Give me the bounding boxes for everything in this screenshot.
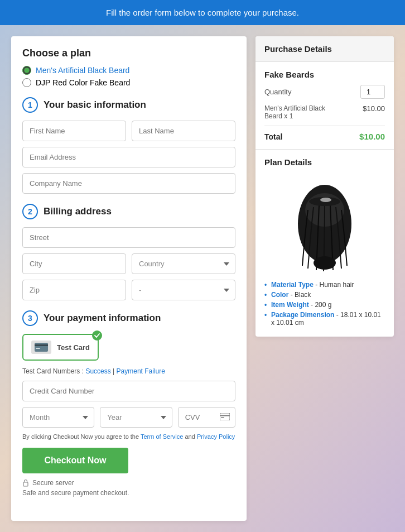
quantity-row: Quantity xyxy=(264,85,385,99)
svg-point-11 xyxy=(314,256,336,270)
card-option-box[interactable]: Test Card xyxy=(22,334,99,361)
success-link[interactable]: Success xyxy=(85,367,110,375)
plan-details-title: Plan Details xyxy=(264,157,385,167)
left-panel: Choose a plan Men's Artificial Black Bea… xyxy=(11,36,247,521)
month-select[interactable]: Month xyxy=(22,407,94,428)
quantity-label: Quantity xyxy=(264,88,291,96)
step1-circle: 1 xyxy=(22,97,38,113)
email-row xyxy=(22,147,235,167)
city-input[interactable] xyxy=(22,253,126,274)
quantity-input[interactable] xyxy=(360,85,385,99)
svg-rect-1 xyxy=(35,344,48,346)
step2-circle: 2 xyxy=(22,204,38,219)
card-label: Test Card xyxy=(57,343,90,352)
feature-material: Material Type - Human hair xyxy=(264,281,385,289)
last-name-input[interactable] xyxy=(132,121,235,141)
plan-option-1-label: Men's Artificial Black Beard xyxy=(36,66,129,75)
choose-plan-title: Choose a plan xyxy=(22,47,235,59)
svg-rect-0 xyxy=(35,343,48,352)
total-price: $10.00 xyxy=(359,132,385,141)
terms-text: By clicking Checkout Now you agree to th… xyxy=(22,433,235,440)
city-country-row: Country xyxy=(22,253,235,274)
plan-option-2[interactable]: DJP Red Color Fake Beard xyxy=(22,78,235,87)
plan-radio-1[interactable] xyxy=(22,66,31,75)
step2-header: 2 Billing address xyxy=(22,204,235,219)
total-label: Total xyxy=(264,132,282,141)
first-name-input[interactable] xyxy=(22,121,126,141)
credit-card-svg xyxy=(35,343,48,352)
purchase-header: Purchase Details xyxy=(255,36,394,62)
test-card-note: Test Card Numbers : Success | Payment Fa… xyxy=(22,367,235,375)
feature-dimension: Package Dimension - 18.01 x 10.01 x 10.0… xyxy=(264,311,385,327)
step3-circle: 3 xyxy=(22,310,38,326)
step1-label: Your basic information xyxy=(44,99,146,111)
name-row xyxy=(22,121,235,141)
email-input[interactable] xyxy=(22,147,235,167)
purchase-body: Fake Beards Quantity Men's Artificial Bl… xyxy=(255,62,394,149)
card-icon xyxy=(31,341,51,354)
feature-color: Color - Black xyxy=(264,291,385,299)
zip-input[interactable] xyxy=(22,280,126,300)
step3-label: Your payment information xyxy=(44,313,161,324)
step2-label: Billing address xyxy=(44,206,112,217)
check-badge xyxy=(92,330,102,341)
step1-header: 1 Your basic information xyxy=(22,97,235,113)
cvv-wrap xyxy=(178,407,235,428)
year-select[interactable]: Year xyxy=(100,407,172,428)
plan-details-section: Plan Details xyxy=(255,149,394,337)
item-row: Men's Artificial Black Beard x 1 $10.00 xyxy=(264,104,385,126)
svg-point-10 xyxy=(320,198,331,202)
svg-rect-2 xyxy=(36,348,40,349)
street-input[interactable] xyxy=(22,227,235,248)
secure-label: Secure server xyxy=(32,479,74,487)
company-input[interactable] xyxy=(22,173,235,194)
item-description: Men's Artificial Black Beard x 1 xyxy=(264,104,331,120)
payment-failure-link[interactable]: Payment Failure xyxy=(117,367,165,375)
checkmark-icon xyxy=(94,333,100,338)
step3-header: 3 Your payment information xyxy=(22,310,235,326)
secure-note: Safe and secure payment checkout. xyxy=(22,489,235,497)
svg-rect-4 xyxy=(220,415,230,416)
product-name: Fake Beards xyxy=(264,70,385,79)
feature-weight: Item Weight - 200 g xyxy=(264,301,385,309)
company-row xyxy=(22,173,235,194)
month-year-cvv-row: Month Year xyxy=(22,407,235,428)
terms-link[interactable]: Term of Service xyxy=(141,433,183,440)
zip-region-row: - xyxy=(22,280,235,300)
region-select[interactable]: - xyxy=(132,280,235,300)
secure-row: Secure server xyxy=(22,479,235,487)
plan-radio-2[interactable] xyxy=(22,78,31,87)
street-row xyxy=(22,227,235,248)
plan-option-1[interactable]: Men's Artificial Black Beard xyxy=(22,66,235,75)
top-banner: Fill the order form below to complete yo… xyxy=(0,0,405,25)
page-wrapper: Fill the order form below to complete yo… xyxy=(0,0,405,532)
country-select[interactable]: Country xyxy=(132,253,235,274)
total-row: Total $10.00 xyxy=(264,132,385,141)
lock-icon xyxy=(22,479,29,487)
privacy-link[interactable]: Privacy Policy xyxy=(197,433,235,440)
card-number-row xyxy=(22,381,235,401)
card-number-input[interactable] xyxy=(22,381,235,401)
svg-rect-3 xyxy=(220,413,230,420)
item-price: $10.00 xyxy=(363,104,385,113)
beard-image xyxy=(264,174,385,274)
plan-features: Material Type - Human hair Color - Black… xyxy=(264,281,385,327)
beard-illustration xyxy=(291,176,358,271)
main-content: Choose a plan Men's Artificial Black Bea… xyxy=(0,25,405,532)
plan-option-2-label: DJP Red Color Fake Beard xyxy=(36,78,130,87)
svg-rect-6 xyxy=(23,482,28,486)
cvv-card-icon xyxy=(220,413,230,423)
checkout-button[interactable]: Checkout Now xyxy=(22,448,128,473)
banner-text: Fill the order form below to complete yo… xyxy=(106,8,299,17)
svg-rect-5 xyxy=(221,417,224,418)
right-panel: Purchase Details Fake Beards Quantity Me… xyxy=(255,36,394,337)
